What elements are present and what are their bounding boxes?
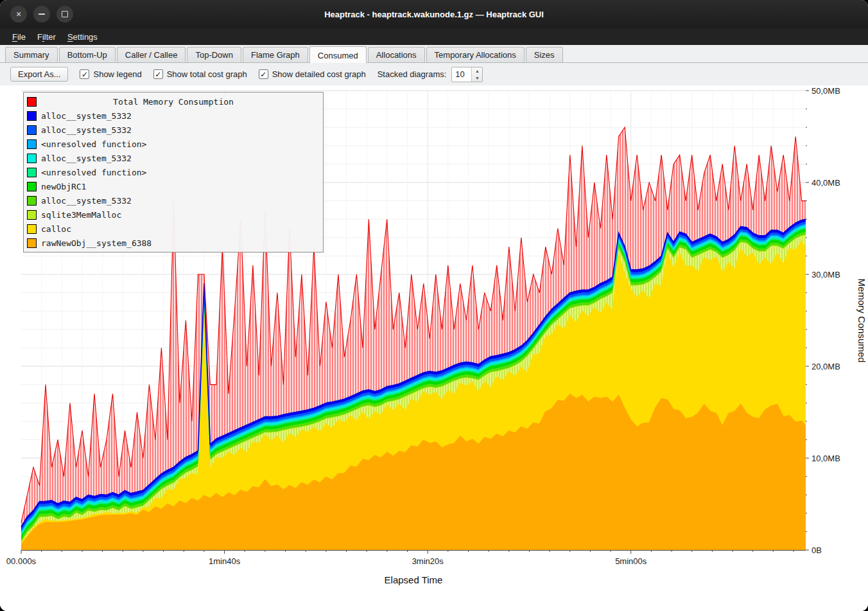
svg-text:Elapsed Time: Elapsed Time [385, 574, 443, 585]
checkbox-label: Show detailed cost graph [272, 69, 366, 79]
spinbox-up-button[interactable]: ▲ [472, 67, 482, 75]
svg-text:0B: 0B [812, 545, 822, 555]
svg-text:40,0MB: 40,0MB [812, 178, 840, 188]
legend-item: <unresolved function> [27, 165, 320, 179]
menu-settings[interactable]: Settings [62, 30, 103, 44]
checkbox-group: ✓Show legend✓Show total cost graph✓Show … [80, 69, 365, 79]
checkbox-icon: ✓ [259, 69, 268, 79]
legend-label: <unresolved function> [41, 139, 146, 149]
checkbox-label: Show legend [93, 69, 141, 79]
legend-label: alloc__system_5332 [41, 111, 132, 121]
tab-summary[interactable]: Summary [5, 47, 58, 62]
legend-item: sqlite3MemMalloc [27, 208, 320, 222]
chevron-down-icon: ▼ [475, 76, 480, 80]
svg-text:Memory Consumed: Memory Consumed [856, 279, 867, 363]
legend-label: <unresolved function> [41, 168, 146, 177]
maximize-button[interactable] [56, 6, 73, 22]
legend-label: Total Memory Consumption [27, 97, 320, 107]
consumed-chart: 00.000s1min40s3min20s5min00s0B10,0MB20,0… [0, 85, 868, 611]
svg-text:00.000s: 00.000s [6, 556, 37, 566]
legend-item: newObjRC1 [27, 179, 320, 193]
svg-text:50,0MB: 50,0MB [812, 86, 840, 96]
legend-swatch [27, 182, 37, 191]
legend-swatch [27, 168, 37, 177]
checkbox-show-detailed-cost-graph[interactable]: ✓Show detailed cost graph [259, 69, 366, 79]
checkbox-icon: ✓ [153, 69, 163, 79]
legend-item: calloc [27, 222, 320, 236]
stacked-diagrams-group: Stacked diagrams: 10 ▲ ▼ [378, 67, 483, 82]
legend-swatch [27, 224, 37, 234]
spinbox-value[interactable]: 10 [452, 67, 471, 82]
legend-swatch [27, 238, 37, 248]
svg-text:5min00s: 5min00s [615, 556, 647, 566]
legend-item: alloc__system_5332 [27, 123, 320, 137]
legend-swatch [27, 111, 37, 121]
legend-item: alloc__system_5332 [27, 151, 320, 165]
toolbar: Export As... ✓Show legend✓Show total cos… [0, 63, 868, 85]
legend-label: alloc__system_5332 [41, 125, 132, 135]
checkbox-show-legend[interactable]: ✓Show legend [80, 69, 141, 79]
svg-text:3min20s: 3min20s [412, 556, 444, 566]
checkbox-label: Show total cost graph [167, 69, 247, 79]
spinbox-steppers: ▲ ▼ [471, 67, 482, 82]
tab-sizes[interactable]: Sizes [526, 47, 563, 62]
legend-swatch [27, 139, 37, 149]
legend-label: calloc [41, 224, 71, 234]
stacked-diagrams-spinbox[interactable]: 10 ▲ ▼ [451, 67, 483, 82]
svg-text:30,0MB: 30,0MB [812, 270, 840, 279]
tabbar: SummaryBottom-UpCaller / CalleeTop-DownF… [0, 45, 868, 63]
tab-top-down[interactable]: Top-Down [187, 47, 241, 62]
legend-item: <unresolved function> [27, 137, 320, 151]
export-as-button[interactable]: Export As... [10, 67, 68, 82]
heaptrack-window: ✕ Heaptrack - heaptrack.wakunode.1.gz — … [0, 0, 868, 611]
legend-item: alloc__system_5332 [27, 193, 320, 208]
maximize-icon [62, 11, 68, 17]
chart-legend: Total Memory Consumptionalloc__system_53… [23, 92, 324, 252]
legend-title-row: Total Memory Consumption [27, 94, 320, 109]
menu-filter[interactable]: Filter [31, 30, 62, 44]
spinbox-down-button[interactable]: ▼ [472, 75, 482, 82]
window-title: Heaptrack - heaptrack.wakunode.1.gz — He… [0, 10, 868, 19]
svg-text:10,0MB: 10,0MB [812, 454, 840, 463]
tab-temporary-allocations[interactable]: Temporary Allocations [426, 47, 525, 62]
stacked-diagrams-label: Stacked diagrams: [378, 69, 447, 79]
tab-allocations[interactable]: Allocations [368, 47, 425, 62]
window-controls: ✕ [10, 6, 73, 22]
checkbox-icon: ✓ [80, 69, 89, 79]
tab-caller-callee[interactable]: Caller / Callee [117, 47, 186, 62]
legend-swatch [27, 154, 37, 163]
legend-item: rawNewObj__system_6388 [27, 236, 320, 250]
legend-label: rawNewObj__system_6388 [41, 238, 152, 248]
tab-flame-graph[interactable]: Flame Graph [243, 47, 308, 62]
checkbox-show-total-cost-graph[interactable]: ✓Show total cost graph [153, 69, 247, 79]
close-icon: ✕ [15, 10, 21, 19]
minimize-button[interactable] [33, 6, 50, 22]
titlebar: ✕ Heaptrack - heaptrack.wakunode.1.gz — … [0, 0, 868, 28]
menu-file[interactable]: File [6, 30, 31, 44]
svg-text:1min40s: 1min40s [209, 556, 241, 566]
legend-label: newObjRC1 [41, 182, 86, 191]
tab-bottom-up[interactable]: Bottom-Up [59, 47, 116, 62]
close-button[interactable]: ✕ [10, 6, 27, 22]
menubar: FileFilterSettings [0, 28, 868, 45]
legend-label: alloc__system_5332 [41, 196, 132, 206]
legend-swatch [27, 125, 37, 135]
tab-consumed[interactable]: Consumed [309, 46, 367, 63]
legend-item: alloc__system_5332 [27, 109, 320, 123]
svg-text:20,0MB: 20,0MB [812, 362, 840, 371]
legend-swatch [27, 210, 37, 220]
legend-label: alloc__system_5332 [41, 154, 132, 163]
legend-swatch [27, 196, 37, 206]
chevron-up-icon: ▲ [475, 69, 480, 73]
legend-label: sqlite3MemMalloc [41, 210, 121, 220]
minimize-icon [39, 13, 45, 15]
